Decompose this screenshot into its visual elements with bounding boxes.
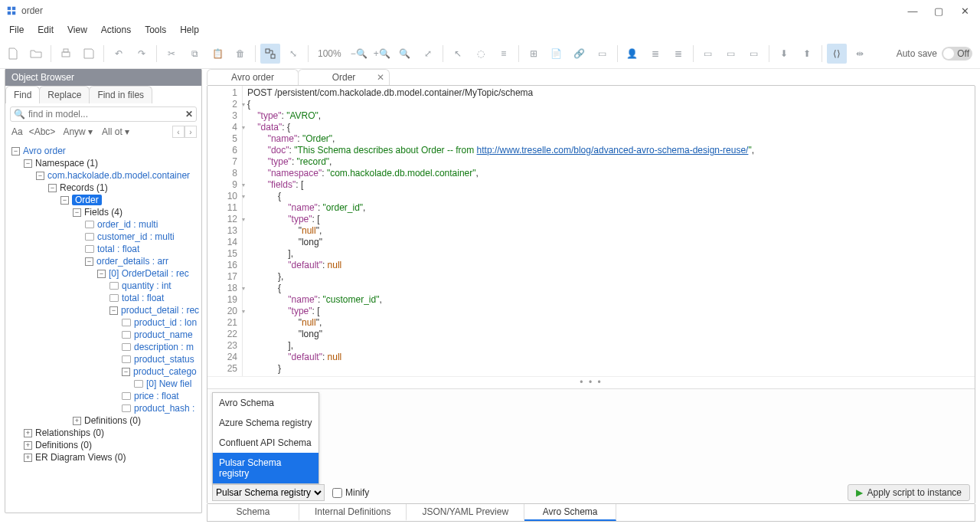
- replace-tab[interactable]: Replace: [39, 86, 90, 103]
- tree-item[interactable]: product_id : lon: [134, 317, 197, 328]
- bottom-tab-schema[interactable]: Schema: [207, 504, 299, 521]
- expand-icon[interactable]: −: [48, 184, 57, 192]
- dropdown-option[interactable]: Pulsar Schema registry: [213, 453, 318, 483]
- maximize-button[interactable]: ▢: [933, 5, 945, 17]
- expand-icon[interactable]: +: [73, 417, 81, 425]
- menu-edit[interactable]: Edit: [31, 23, 60, 37]
- diagram-view-icon[interactable]: [260, 44, 280, 64]
- code-editor[interactable]: 1234567891011121314151617181920212223242…: [207, 86, 975, 376]
- expand-icon[interactable]: −: [109, 306, 118, 315]
- panel2-icon[interactable]: ▭: [721, 44, 741, 64]
- filter-case[interactable]: Aa: [10, 126, 24, 138]
- tree-item[interactable]: [0] New fiel: [146, 378, 191, 389]
- find-in-files-tab[interactable]: Find in files: [89, 86, 152, 103]
- tree-item[interactable]: product_name: [134, 329, 193, 340]
- doc-plus-icon[interactable]: 📄: [547, 44, 567, 64]
- close-button[interactable]: ✕: [959, 5, 971, 17]
- pointer-icon[interactable]: ↖: [448, 44, 468, 64]
- download-icon[interactable]: ⬇: [774, 44, 794, 64]
- minify-checkbox[interactable]: Minify: [332, 487, 369, 498]
- undo-icon[interactable]: ↶: [109, 44, 129, 64]
- tree-er-views[interactable]: ER Diagram Views (0): [35, 452, 126, 463]
- zoom-in-icon[interactable]: +🔍: [372, 44, 392, 64]
- expand-icon[interactable]: +: [24, 429, 32, 437]
- tree-definitions[interactable]: Definitions (0): [84, 415, 141, 426]
- expand-icon[interactable]: −: [36, 172, 44, 180]
- expand-icon[interactable]: −: [60, 196, 69, 205]
- menu-file[interactable]: File: [3, 23, 30, 37]
- zoom-expand-icon[interactable]: ⤢: [418, 44, 438, 64]
- expand-icon[interactable]: +: [24, 454, 32, 462]
- tree-item[interactable]: product_status: [134, 354, 194, 365]
- split-icon[interactable]: ⇹: [850, 44, 870, 64]
- save-icon[interactable]: [79, 44, 99, 64]
- pane-resize-handle[interactable]: • • •: [207, 376, 975, 388]
- tree-item[interactable]: total : float: [122, 293, 164, 303]
- bottom-tab-json-yaml[interactable]: JSON/YAML Preview: [407, 504, 524, 521]
- tree-namespace[interactable]: Namespace (1): [35, 158, 98, 169]
- upload-icon[interactable]: ⬆: [797, 44, 817, 64]
- bottom-tab-internal-defs[interactable]: Internal Definitions: [299, 504, 407, 521]
- tree-item[interactable]: product_detail : rec: [121, 305, 199, 316]
- bottom-tab-avro-schema[interactable]: Avro Schema: [524, 504, 616, 521]
- tree-item[interactable]: product_catego: [133, 366, 197, 377]
- tree-root[interactable]: Avro order: [23, 146, 66, 156]
- panel3-icon[interactable]: ▭: [744, 44, 764, 64]
- new-file-icon[interactable]: [3, 44, 23, 64]
- tree-fields[interactable]: Fields (4): [84, 207, 122, 218]
- dropdown-option[interactable]: Azure Schema registry: [213, 413, 318, 433]
- script-view-icon[interactable]: ⟨⟩: [827, 44, 847, 64]
- expand-icon[interactable]: ⤡: [283, 44, 303, 64]
- tree-item[interactable]: order_id : multi: [97, 219, 158, 230]
- autosave-toggle[interactable]: Off: [942, 47, 972, 61]
- minimize-button[interactable]: —: [906, 5, 919, 17]
- filter-whole-word[interactable]: <Abc>: [28, 126, 57, 138]
- user-gear-icon[interactable]: 👤: [622, 44, 642, 64]
- tree-item[interactable]: order_details : arr: [96, 256, 168, 267]
- redo-icon[interactable]: ↷: [132, 44, 152, 64]
- expand-icon[interactable]: −: [122, 368, 130, 376]
- menu-view[interactable]: View: [61, 23, 93, 37]
- tree-definitions2[interactable]: Definitions (0): [35, 440, 92, 450]
- apply-script-button[interactable]: ▶Apply script to instance: [848, 484, 970, 501]
- expand-icon[interactable]: −: [11, 147, 20, 156]
- tree-item[interactable]: price : float: [134, 391, 179, 401]
- tree-relationships[interactable]: Relationships (0): [35, 427, 104, 438]
- align-left-icon[interactable]: ≣: [645, 44, 665, 64]
- prev-result-button[interactable]: ‹: [172, 126, 185, 138]
- tree-item[interactable]: [0] OrderDetail : rec: [109, 268, 189, 279]
- expand-icon[interactable]: −: [73, 208, 81, 217]
- delete-icon[interactable]: 🗑: [230, 44, 250, 64]
- open-folder-icon[interactable]: [26, 44, 46, 64]
- expand-icon[interactable]: +: [24, 441, 32, 450]
- code-content[interactable]: POST /persistent/com.hackolade.db.model.…: [243, 86, 975, 376]
- zoom-fit-icon[interactable]: 🔍: [395, 44, 415, 64]
- cut-icon[interactable]: ✂: [162, 44, 181, 64]
- close-tab-icon[interactable]: ✕: [377, 72, 384, 83]
- search-input[interactable]: [28, 109, 185, 120]
- zoom-out-icon[interactable]: −🔍: [349, 44, 369, 64]
- link-icon[interactable]: 🔗: [570, 44, 590, 64]
- panel1-icon[interactable]: ▭: [698, 44, 718, 64]
- align-right-icon[interactable]: ≣: [668, 44, 688, 64]
- next-result-button[interactable]: ›: [185, 126, 197, 138]
- tree-container[interactable]: com.hackolade.db.model.container: [47, 170, 190, 181]
- expand-icon[interactable]: −: [24, 159, 32, 168]
- tree-item[interactable]: quantity : int: [122, 280, 172, 291]
- expand-icon[interactable]: −: [85, 257, 93, 266]
- list-icon[interactable]: ≡: [494, 44, 514, 64]
- tab-order[interactable]: Order✕: [298, 69, 390, 85]
- find-tab[interactable]: Find: [5, 86, 40, 103]
- tree-records[interactable]: Records (1): [60, 182, 108, 193]
- tree-item[interactable]: total : float: [97, 244, 139, 254]
- menu-actions[interactable]: Actions: [95, 23, 137, 37]
- menu-help[interactable]: Help: [174, 23, 205, 37]
- tree-item[interactable]: description : m: [134, 342, 194, 352]
- menu-tools[interactable]: Tools: [139, 23, 172, 37]
- filter-where-select[interactable]: Anyw ▾: [60, 125, 96, 139]
- copy-icon[interactable]: ⧉: [185, 44, 204, 64]
- tree-order[interactable]: Order: [72, 195, 102, 205]
- print-icon[interactable]: [56, 44, 76, 64]
- lasso-icon[interactable]: ◌: [471, 44, 491, 64]
- filter-what-select[interactable]: All ot ▾: [99, 125, 132, 139]
